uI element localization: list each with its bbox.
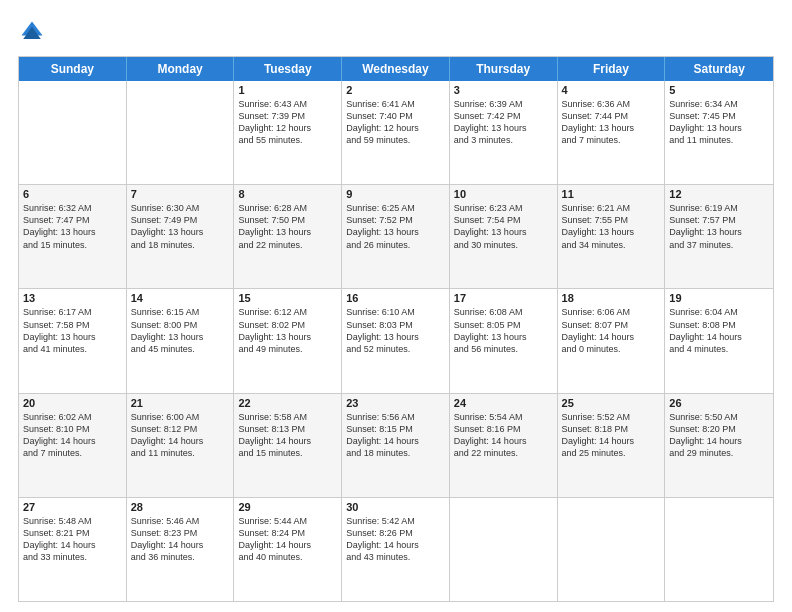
cell-line: and 34 minutes. — [562, 239, 661, 251]
logo — [18, 18, 50, 46]
cell-line: Sunset: 8:02 PM — [238, 319, 337, 331]
day-number: 22 — [238, 397, 337, 409]
cell-line: Sunset: 7:49 PM — [131, 214, 230, 226]
cell-line: and 11 minutes. — [669, 134, 769, 146]
cal-cell-4-3: 30Sunrise: 5:42 AMSunset: 8:26 PMDayligh… — [342, 498, 450, 601]
cell-line: Sunset: 8:12 PM — [131, 423, 230, 435]
cell-line: Sunrise: 6:02 AM — [23, 411, 122, 423]
calendar-header-row: SundayMondayTuesdayWednesdayThursdayFrid… — [19, 57, 773, 81]
cal-cell-3-2: 22Sunrise: 5:58 AMSunset: 8:13 PMDayligh… — [234, 394, 342, 497]
cal-cell-1-0: 6Sunrise: 6:32 AMSunset: 7:47 PMDaylight… — [19, 185, 127, 288]
cal-week-0: 1Sunrise: 6:43 AMSunset: 7:39 PMDaylight… — [19, 81, 773, 185]
cell-line: Daylight: 13 hours — [238, 331, 337, 343]
cal-week-1: 6Sunrise: 6:32 AMSunset: 7:47 PMDaylight… — [19, 185, 773, 289]
cal-cell-1-5: 11Sunrise: 6:21 AMSunset: 7:55 PMDayligh… — [558, 185, 666, 288]
cell-line: and 15 minutes. — [238, 447, 337, 459]
cell-line: Sunrise: 5:52 AM — [562, 411, 661, 423]
cell-line: and 3 minutes. — [454, 134, 553, 146]
cell-line: and 7 minutes. — [23, 447, 122, 459]
cal-cell-0-2: 1Sunrise: 6:43 AMSunset: 7:39 PMDaylight… — [234, 81, 342, 184]
day-number: 16 — [346, 292, 445, 304]
cell-line: and 33 minutes. — [23, 551, 122, 563]
cell-line: and 11 minutes. — [131, 447, 230, 459]
day-number: 24 — [454, 397, 553, 409]
cell-line: Daylight: 14 hours — [562, 331, 661, 343]
day-number: 7 — [131, 188, 230, 200]
day-number: 30 — [346, 501, 445, 513]
cal-cell-0-5: 4Sunrise: 6:36 AMSunset: 7:44 PMDaylight… — [558, 81, 666, 184]
calendar-body: 1Sunrise: 6:43 AMSunset: 7:39 PMDaylight… — [19, 81, 773, 601]
cell-line: and 25 minutes. — [562, 447, 661, 459]
cell-line: and 43 minutes. — [346, 551, 445, 563]
cell-line: Daylight: 14 hours — [131, 539, 230, 551]
cell-line: Sunset: 7:44 PM — [562, 110, 661, 122]
cal-cell-2-4: 17Sunrise: 6:08 AMSunset: 8:05 PMDayligh… — [450, 289, 558, 392]
cal-week-2: 13Sunrise: 6:17 AMSunset: 7:58 PMDayligh… — [19, 289, 773, 393]
cell-line: and 55 minutes. — [238, 134, 337, 146]
cell-line: Daylight: 13 hours — [562, 226, 661, 238]
day-number: 28 — [131, 501, 230, 513]
cal-cell-2-5: 18Sunrise: 6:06 AMSunset: 8:07 PMDayligh… — [558, 289, 666, 392]
cal-cell-2-1: 14Sunrise: 6:15 AMSunset: 8:00 PMDayligh… — [127, 289, 235, 392]
cell-line: Sunrise: 5:48 AM — [23, 515, 122, 527]
day-number: 3 — [454, 84, 553, 96]
day-number: 5 — [669, 84, 769, 96]
cal-cell-3-0: 20Sunrise: 6:02 AMSunset: 8:10 PMDayligh… — [19, 394, 127, 497]
cell-line: Sunset: 7:39 PM — [238, 110, 337, 122]
cell-line: Sunrise: 5:44 AM — [238, 515, 337, 527]
cell-line: Daylight: 13 hours — [346, 331, 445, 343]
cell-line: Sunset: 8:21 PM — [23, 527, 122, 539]
cell-line: Sunrise: 5:58 AM — [238, 411, 337, 423]
cell-line: Sunset: 8:13 PM — [238, 423, 337, 435]
cell-line: Sunrise: 5:42 AM — [346, 515, 445, 527]
cell-line: Daylight: 14 hours — [562, 435, 661, 447]
cell-line: and 22 minutes. — [454, 447, 553, 459]
cell-line: and 45 minutes. — [131, 343, 230, 355]
cal-cell-4-4 — [450, 498, 558, 601]
cell-line: Daylight: 14 hours — [23, 539, 122, 551]
cell-line: Sunrise: 6:34 AM — [669, 98, 769, 110]
cell-line: and 36 minutes. — [131, 551, 230, 563]
cal-cell-0-4: 3Sunrise: 6:39 AMSunset: 7:42 PMDaylight… — [450, 81, 558, 184]
cell-line: Sunrise: 5:50 AM — [669, 411, 769, 423]
cell-line: Sunset: 8:10 PM — [23, 423, 122, 435]
cal-cell-0-6: 5Sunrise: 6:34 AMSunset: 7:45 PMDaylight… — [665, 81, 773, 184]
day-number: 17 — [454, 292, 553, 304]
cell-line: Sunset: 7:52 PM — [346, 214, 445, 226]
day-number: 10 — [454, 188, 553, 200]
cell-line: Daylight: 13 hours — [23, 331, 122, 343]
cell-line: Sunset: 8:05 PM — [454, 319, 553, 331]
cal-cell-1-4: 10Sunrise: 6:23 AMSunset: 7:54 PMDayligh… — [450, 185, 558, 288]
cell-line: and 56 minutes. — [454, 343, 553, 355]
cell-line: Daylight: 14 hours — [238, 539, 337, 551]
calendar: SundayMondayTuesdayWednesdayThursdayFrid… — [18, 56, 774, 602]
cell-line: and 41 minutes. — [23, 343, 122, 355]
day-number: 14 — [131, 292, 230, 304]
cal-cell-2-6: 19Sunrise: 6:04 AMSunset: 8:08 PMDayligh… — [665, 289, 773, 392]
cell-line: Sunset: 8:23 PM — [131, 527, 230, 539]
cell-line: and 15 minutes. — [23, 239, 122, 251]
cell-line: and 18 minutes. — [346, 447, 445, 459]
cell-line: Daylight: 13 hours — [454, 122, 553, 134]
day-number: 4 — [562, 84, 661, 96]
day-number: 26 — [669, 397, 769, 409]
cell-line: Sunrise: 5:46 AM — [131, 515, 230, 527]
cal-cell-4-0: 27Sunrise: 5:48 AMSunset: 8:21 PMDayligh… — [19, 498, 127, 601]
day-number: 8 — [238, 188, 337, 200]
cell-line: Sunset: 8:18 PM — [562, 423, 661, 435]
cell-line: Sunset: 8:15 PM — [346, 423, 445, 435]
cal-cell-2-0: 13Sunrise: 6:17 AMSunset: 7:58 PMDayligh… — [19, 289, 127, 392]
cal-cell-4-2: 29Sunrise: 5:44 AMSunset: 8:24 PMDayligh… — [234, 498, 342, 601]
cal-cell-0-3: 2Sunrise: 6:41 AMSunset: 7:40 PMDaylight… — [342, 81, 450, 184]
cell-line: Sunrise: 6:19 AM — [669, 202, 769, 214]
cal-cell-3-4: 24Sunrise: 5:54 AMSunset: 8:16 PMDayligh… — [450, 394, 558, 497]
cal-cell-3-5: 25Sunrise: 5:52 AMSunset: 8:18 PMDayligh… — [558, 394, 666, 497]
cell-line: Daylight: 12 hours — [238, 122, 337, 134]
cell-line: and 0 minutes. — [562, 343, 661, 355]
cell-line: Daylight: 13 hours — [131, 331, 230, 343]
cell-line: Sunset: 7:58 PM — [23, 319, 122, 331]
cal-cell-4-1: 28Sunrise: 5:46 AMSunset: 8:23 PMDayligh… — [127, 498, 235, 601]
cell-line: Daylight: 13 hours — [346, 226, 445, 238]
cell-line: Sunrise: 5:54 AM — [454, 411, 553, 423]
cal-cell-2-2: 15Sunrise: 6:12 AMSunset: 8:02 PMDayligh… — [234, 289, 342, 392]
